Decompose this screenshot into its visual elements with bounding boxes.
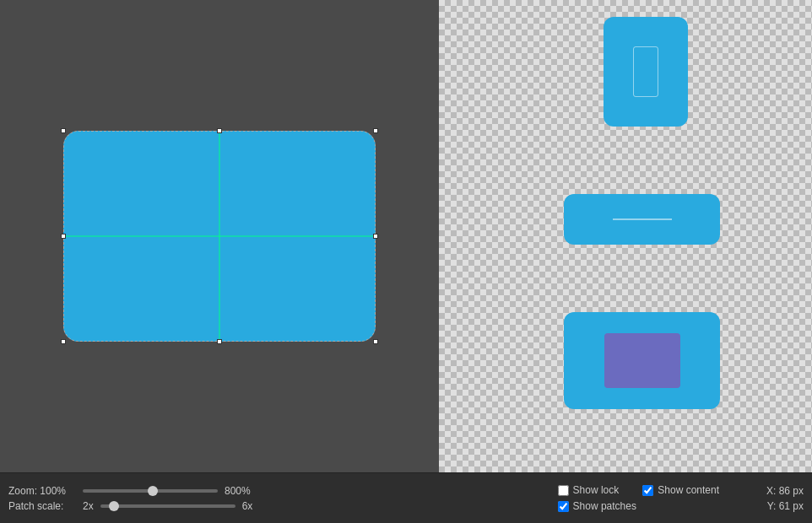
preview-card-mid xyxy=(564,194,720,245)
zoom-slider-thumb[interactable] xyxy=(148,486,158,496)
handle-bl[interactable] xyxy=(61,339,66,344)
main-area xyxy=(0,0,812,472)
toolbar: Zoom: 100% 800% Patch scale: 2x 6x Show … xyxy=(0,472,812,523)
show-content-checkbox[interactable] xyxy=(642,485,653,496)
show-lock-row: Show lock Show content xyxy=(558,484,719,496)
patch-min-label: 2x xyxy=(83,500,94,512)
handle-bm[interactable] xyxy=(217,339,222,344)
show-patches-label: Show patches xyxy=(573,500,636,512)
handle-mr[interactable] xyxy=(373,234,378,239)
patch-max-label: 6x xyxy=(242,500,253,512)
toolbar-right: X: 86 px Y: 61 px xyxy=(719,485,804,512)
canvas-image xyxy=(63,131,376,342)
toolbar-left: Zoom: 100% 800% Patch scale: 2x 6x xyxy=(8,485,541,512)
show-content-label: Show content xyxy=(658,484,719,496)
show-patches-checkbox[interactable] xyxy=(558,501,569,512)
show-content-group: Show content xyxy=(642,484,719,496)
handle-tr[interactable] xyxy=(373,128,378,133)
patch-slider-track[interactable] xyxy=(100,504,235,508)
show-lock-label: Show lock xyxy=(573,484,620,496)
preview-card-top xyxy=(604,17,688,127)
card-top-inner xyxy=(633,46,658,97)
show-lock-group: Show lock xyxy=(558,484,620,496)
preview-card-bot xyxy=(564,312,720,409)
card-mid-inner xyxy=(613,218,672,220)
zoom-row: Zoom: 100% 800% xyxy=(8,485,541,497)
handle-ml[interactable] xyxy=(61,234,66,239)
patch-scale-row: Patch scale: 2x 6x xyxy=(8,500,541,512)
card-bot-inner xyxy=(604,333,680,388)
handle-br[interactable] xyxy=(373,339,378,344)
handle-tm[interactable] xyxy=(217,128,222,133)
show-lock-checkbox[interactable] xyxy=(558,485,569,496)
checkboxes-group: Show lock Show content Show patches xyxy=(558,484,719,512)
zoom-max-label: 800% xyxy=(225,485,251,497)
coord-y: Y: 61 px xyxy=(767,500,804,512)
left-panel xyxy=(0,0,439,472)
right-panel xyxy=(439,0,812,472)
patch-label: Patch scale: xyxy=(8,500,76,512)
handle-tl[interactable] xyxy=(61,128,66,133)
patch-slider-thumb[interactable] xyxy=(109,501,119,511)
zoom-slider-track[interactable] xyxy=(83,489,218,493)
show-patches-group: Show patches xyxy=(558,500,636,512)
coord-x: X: 86 px xyxy=(766,485,804,497)
zoom-label: Zoom: 100% xyxy=(8,485,76,497)
show-patches-row: Show patches xyxy=(558,500,719,512)
v-crosshair xyxy=(219,132,220,341)
canvas-container[interactable] xyxy=(63,131,376,342)
